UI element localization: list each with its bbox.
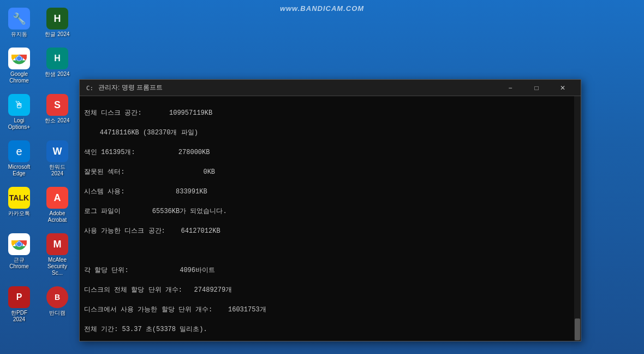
cmd-line-3: 색인 161395개: 278000KB bbox=[84, 148, 570, 157]
icon-chrome[interactable]: Google Chrome bbox=[3, 45, 35, 86]
cmd-line-11: 전체 기간: 53.37 초(53378 밀리초). bbox=[84, 324, 570, 334]
icon-logi[interactable]: 🖱 Logi Options+ bbox=[3, 92, 35, 133]
icon-hanpdf2024[interactable]: P 한PDF 2024 bbox=[3, 284, 35, 325]
svg-point-6 bbox=[17, 242, 21, 246]
icon-chrome2[interactable]: 근규 Chrome bbox=[3, 231, 35, 279]
icon-hanword2024[interactable]: W 한워드 2024 bbox=[41, 138, 74, 179]
icon-acrobat[interactable]: A Adobe Acrobat bbox=[41, 185, 74, 226]
watermark-text: www. bbox=[280, 4, 300, 13]
cmd-line-5: 시스템 사용: 833991KB bbox=[84, 187, 570, 197]
watermark-brand: BANDICAM bbox=[300, 4, 343, 13]
cmd-scrollbar[interactable] bbox=[574, 96, 581, 341]
icon-hancom2024[interactable]: H 한샘 2024 bbox=[41, 45, 74, 86]
icon-yujidong[interactable]: 🔧 유지동 bbox=[3, 5, 35, 40]
icon-kakaotalk[interactable]: TALK 카카오톡 bbox=[3, 185, 35, 226]
icon-hangul2024[interactable]: H 한글 2024 bbox=[41, 5, 74, 40]
cmd-line-10: 디스크에서 사용 가능한 할당 단위 개수: 16031753개 bbox=[84, 305, 570, 315]
cmd-line-9: 디스크의 전체 할당 단위 개수: 27489279개 bbox=[84, 285, 570, 295]
cmd-line-8: 각 할당 단위: 4096바이트 bbox=[84, 266, 570, 275]
close-button[interactable]: ✕ bbox=[550, 80, 575, 96]
svg-text:C:\: C:\ bbox=[86, 85, 93, 92]
icon-edge[interactable]: e Microsoft Edge bbox=[3, 138, 35, 179]
icon-row-4: e Microsoft Edge W 한워드 2024 bbox=[3, 138, 74, 179]
desktop-icons: 🔧 유지동 H 한글 2024 Google Chrome bbox=[3, 5, 74, 325]
icon-bandicam[interactable]: B 반디캠 bbox=[41, 284, 74, 325]
cmd-icon: C:\ bbox=[85, 84, 94, 92]
icon-row-2: Google Chrome H 한샘 2024 bbox=[3, 45, 74, 86]
cmd-line-2: 44718116KB (382370개 파일) bbox=[84, 128, 570, 138]
cmd-line-6: 로그 파일이 65536KB가 되었습니다. bbox=[84, 206, 570, 216]
minimize-button[interactable]: − bbox=[498, 80, 523, 96]
icon-hanso2024[interactable]: S 한소 2024 bbox=[41, 92, 74, 133]
cmd-title: 관리자: 명령 프롬프트 bbox=[98, 83, 493, 92]
watermark: www.BANDICAM.COM bbox=[280, 4, 364, 13]
scrollbar-thumb bbox=[575, 318, 580, 340]
icon-row-6: 근규 Chrome M McAfee Security Sc... bbox=[3, 231, 74, 279]
icon-row-5: TALK 카카오톡 A Adobe Acrobat bbox=[3, 185, 74, 226]
icon-mcafee[interactable]: M McAfee Security Sc... bbox=[41, 231, 74, 279]
cmd-content[interactable]: 전체 디스크 공간: 109957119KB 44718116KB (38237… bbox=[80, 96, 574, 341]
cmd-titlebar: C:\ 관리자: 명령 프롬프트 − □ ✕ bbox=[80, 80, 581, 96]
cmd-line-7: 사용 가능한 디스크 공간: 64127012KB bbox=[84, 226, 570, 236]
cmd-line-4: 잘못된 섹터: 0KB bbox=[84, 167, 570, 177]
titlebar-buttons: − □ ✕ bbox=[498, 80, 575, 96]
maximize-button[interactable]: □ bbox=[524, 80, 549, 96]
svg-point-3 bbox=[17, 56, 21, 61]
cmd-line-1: 전체 디스크 공간: 109957119KB bbox=[84, 108, 570, 118]
icon-row-7: P 한PDF 2024 B 반디캠 bbox=[3, 284, 74, 325]
watermark-suffix: .COM bbox=[343, 4, 364, 13]
icon-row-1: 🔧 유지동 H 한글 2024 bbox=[3, 5, 74, 40]
cmd-window: C:\ 관리자: 명령 프롬프트 − □ ✕ 전체 디스크 공간: 109957… bbox=[79, 79, 581, 341]
cmd-body: 전체 디스크 공간: 109957119KB 44718116KB (38237… bbox=[80, 96, 581, 341]
icon-row-3: 🖱 Logi Options+ S 한소 2024 bbox=[3, 92, 74, 133]
